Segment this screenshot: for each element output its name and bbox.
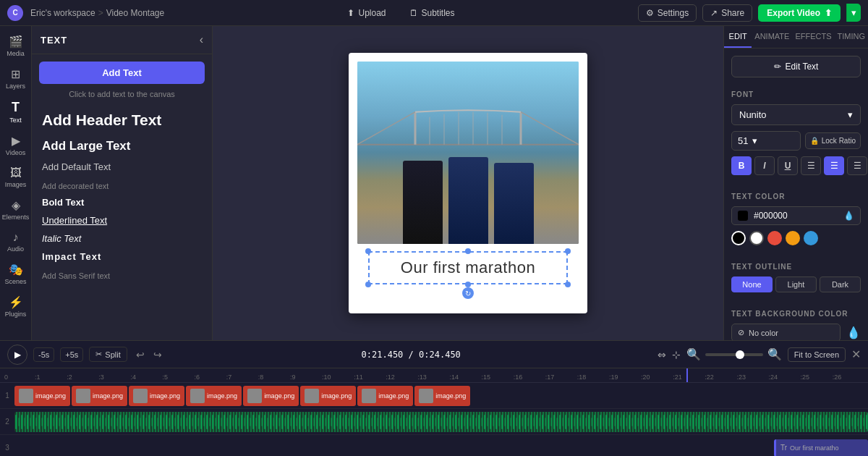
share-label: Share — [721, 8, 744, 18]
italic-format-button[interactable]: I — [754, 156, 775, 175]
ruler-mark-1: :1 — [35, 373, 41, 381]
right-panel: EDIT ANIMATE EFFECTS TIMING ✏ Edit Text … — [723, 26, 868, 340]
play-button[interactable]: ▶ — [7, 345, 27, 365]
sidebar-item-audio[interactable]: ♪ Audio — [1, 227, 30, 257]
text-panel-close-button[interactable]: ‹ — [200, 33, 203, 46]
text-track-clip[interactable]: Tr Our first maratho — [774, 439, 868, 457]
outline-none-button[interactable]: None — [731, 276, 773, 292]
sidebar-item-videos[interactable]: ▶ Videos — [1, 130, 30, 161]
ruler-mark-13: :13 — [417, 373, 427, 381]
sidebar-item-scenes[interactable]: 🎭 Scenes — [1, 258, 30, 290]
ruler-mark-24: :24 — [768, 373, 778, 381]
audio-track — [14, 412, 868, 432]
align-center-button[interactable]: ☰ — [824, 156, 844, 175]
selection-handle-tc[interactable] — [465, 248, 471, 254]
swatch-orange[interactable] — [786, 231, 800, 245]
video-clip-4[interactable]: image.png — [186, 386, 242, 406]
clip-label: image.png — [93, 392, 123, 400]
italic-text-option[interactable]: Italic Text — [39, 229, 205, 248]
video-clip-2[interactable]: image.png — [72, 386, 127, 406]
swatch-blue[interactable] — [804, 231, 818, 245]
swatch-white[interactable] — [749, 231, 764, 245]
font-selector[interactable]: Nunito ▾ — [731, 104, 861, 125]
timeline: ▶ -5s +5s ✂ Split ↩ ↪ 0:21.450 / 0:24.45… — [0, 340, 868, 456]
undo-button[interactable]: ↩ — [133, 347, 148, 362]
playhead — [686, 368, 688, 382]
selection-handle-bc[interactable] — [465, 282, 471, 287]
skip-back-button[interactable]: -5s — [33, 347, 54, 362]
elements-icon: ◈ — [12, 198, 20, 212]
track-1-content[interactable]: image.png image.png image.png image.png … — [14, 386, 868, 406]
ruler-mark-10: :10 — [322, 373, 331, 381]
image-placeholder — [357, 62, 579, 244]
export-dropdown-button[interactable]: ▾ — [846, 4, 861, 22]
align-left-button[interactable]: ☰ — [801, 156, 821, 175]
fit-to-screen-button[interactable]: Fit to Screen — [788, 347, 846, 362]
workspace-name[interactable]: Eric's workspace — [30, 8, 95, 18]
tab-edit[interactable]: EDIT — [724, 26, 752, 48]
selection-handle-bl[interactable] — [365, 282, 371, 287]
add-text-button[interactable]: Add Text — [39, 62, 205, 84]
canvas-text-element[interactable]: Our first marathon — [368, 251, 567, 284]
track-3-content[interactable]: Tr Our first maratho — [14, 438, 868, 457]
upload-button[interactable]: ⬆ Upload — [341, 5, 391, 21]
outline-dark-button[interactable]: Dark — [820, 276, 861, 292]
underline-format-button[interactable]: U — [778, 156, 798, 175]
sidebar-item-plugins[interactable]: ⚡ Plugins — [1, 291, 30, 322]
selection-handle-br[interactable] — [565, 282, 571, 287]
bold-format-button[interactable]: B — [731, 156, 752, 175]
add-header-text-option[interactable]: Add Header Text — [39, 106, 205, 135]
share-button[interactable]: ↗ Share — [702, 4, 752, 22]
swatch-red[interactable] — [767, 231, 782, 245]
lock-ratio-button[interactable]: 🔒 Lock Ratio — [805, 132, 861, 149]
zoom-in-button[interactable]: 🔍 — [767, 347, 782, 361]
edit-text-button[interactable]: ✏ Edit Text — [731, 56, 861, 77]
sidebar-item-layers[interactable]: ⊞ Layers — [1, 63, 30, 94]
audio-icon: ♪ — [13, 231, 19, 244]
text-overlay-container[interactable]: Our first marathon ↻ — [368, 251, 567, 284]
close-timeline-button[interactable]: ✕ — [851, 347, 861, 361]
add-default-text-option[interactable]: Add Default Text — [39, 158, 205, 176]
underlined-text-option[interactable]: Underlined Text — [39, 211, 205, 229]
sidebar-item-elements[interactable]: ◈ Elements — [1, 194, 30, 225]
bold-text-option[interactable]: Bold Text — [39, 193, 205, 211]
export-button[interactable]: Export Video ⬆ — [758, 4, 841, 22]
tab-timing[interactable]: TIMING — [835, 26, 869, 48]
video-clip-3[interactable]: image.png — [129, 386, 184, 406]
video-clip-1[interactable]: image.png — [14, 386, 70, 406]
swatch-black[interactable] — [731, 231, 746, 245]
redo-button[interactable]: ↪ — [150, 347, 165, 362]
impact-text-option[interactable]: Impact Text — [39, 248, 205, 266]
color-preview[interactable]: #000000 💧 — [731, 206, 861, 225]
track-2-content[interactable] — [14, 412, 868, 432]
font-size-box[interactable]: 51 ▾ — [731, 131, 801, 151]
tab-effects[interactable]: EFFECTS — [792, 26, 834, 48]
timeline-ruler: 0 :1 :2 :3 :4 :5 :6 :7 :8 :9 :10 :11 :12… — [0, 368, 868, 383]
split-button[interactable]: ✂ Split — [89, 347, 127, 362]
tab-animate[interactable]: ANIMATE — [752, 26, 792, 48]
skip-forward-button[interactable]: +5s — [60, 347, 83, 362]
video-clip-7[interactable]: image.png — [357, 386, 413, 406]
rotate-handle[interactable]: ↻ — [462, 287, 474, 299]
selection-handle-tr[interactable] — [565, 248, 571, 254]
video-clip-8[interactable]: image.png — [414, 386, 470, 406]
zoom-slider[interactable] — [705, 353, 763, 356]
undo-redo-group: ↩ ↪ — [133, 347, 165, 362]
add-large-text-option[interactable]: Add Large Text — [39, 135, 205, 158]
outline-light-button[interactable]: Light — [775, 276, 817, 292]
canvas-area[interactable]: Our first marathon ↻ — [213, 26, 723, 340]
sidebar-item-images[interactable]: 🖼 Images — [1, 162, 30, 193]
text-outline-label: TEXT OUTLINE — [731, 263, 861, 271]
align-right-button[interactable]: ☰ — [847, 156, 867, 175]
no-color-button[interactable]: ⊘ No color — [731, 324, 841, 340]
sidebar-item-media[interactable]: 🎬 Media — [1, 30, 30, 62]
video-clip-6[interactable]: image.png — [300, 386, 356, 406]
video-clip-5[interactable]: image.png — [243, 386, 299, 406]
subtitles-label: Subtitles — [422, 8, 455, 18]
sidebar-item-text[interactable]: T Text — [1, 96, 30, 128]
project-name[interactable]: Video Montage — [106, 8, 165, 18]
clip-thumb — [19, 389, 33, 403]
settings-button[interactable]: ⚙ Settings — [638, 4, 697, 22]
zoom-out-button[interactable]: 🔍 — [686, 347, 701, 361]
subtitles-button[interactable]: 🗒 Subtitles — [404, 5, 461, 21]
